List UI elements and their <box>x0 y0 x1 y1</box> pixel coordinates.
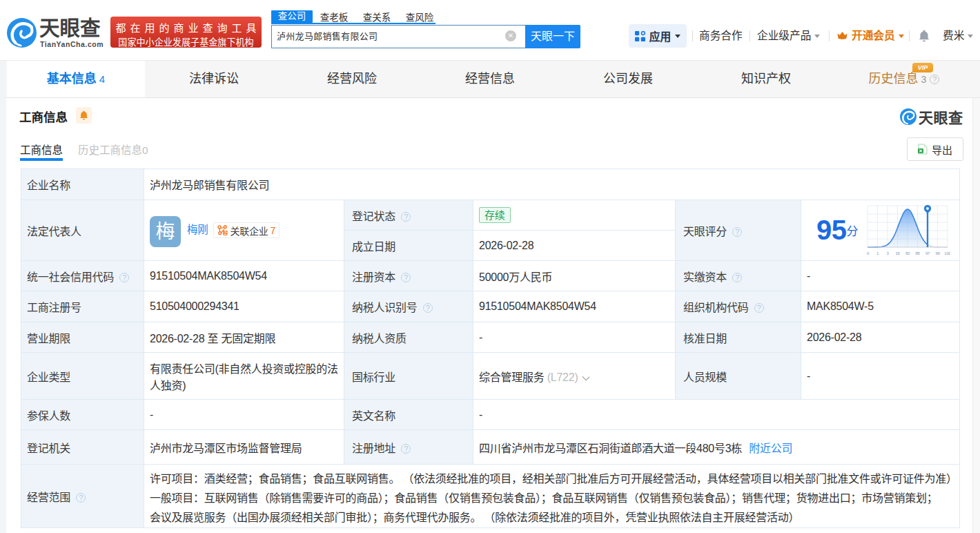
svg-text:1: 1 <box>876 251 879 255</box>
svg-text:15: 15 <box>896 251 901 255</box>
svg-text:99: 99 <box>936 251 941 255</box>
svg-text:50: 50 <box>905 251 910 255</box>
svg-text:100: 100 <box>945 251 951 255</box>
svg-text:97: 97 <box>925 251 930 255</box>
svg-text:企: 企 <box>223 230 227 235</box>
svg-text:3: 3 <box>887 251 890 255</box>
svg-text:85: 85 <box>916 251 921 255</box>
svg-text:0: 0 <box>867 251 870 255</box>
